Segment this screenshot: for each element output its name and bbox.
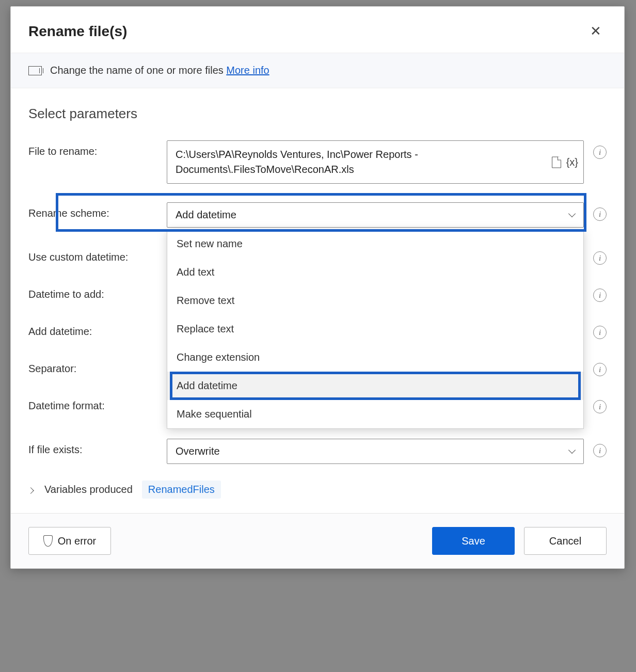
row-rename-scheme: Rename scheme: Add datetime Set new name…	[28, 193, 607, 237]
file-to-rename-value: C:\Users\PA\Reynolds Ventures, Inc\Power…	[176, 149, 418, 175]
dialog-header: Rename file(s) ✕	[11, 7, 624, 53]
cancel-button[interactable]: Cancel	[524, 527, 607, 555]
chevron-right-icon	[28, 484, 35, 495]
option-set-new-name[interactable]: Set new name	[167, 230, 583, 258]
label-datetime-to-add: Datetime to add:	[28, 283, 157, 300]
option-replace-text[interactable]: Replace text	[167, 315, 583, 343]
variables-produced-label: Variables produced	[44, 484, 133, 495]
parameters-section: File to rename: C:\Users\PA\Reynolds Ven…	[11, 126, 624, 513]
row-file-to-rename: File to rename: C:\Users\PA\Reynolds Ven…	[28, 131, 607, 193]
row-if-file-exists: If file exists: Overwrite i	[28, 429, 607, 473]
label-if-file-exists: If file exists:	[28, 439, 157, 456]
rename-files-dialog: Rename file(s) ✕ Change the name of one …	[10, 6, 625, 569]
save-button[interactable]: Save	[432, 527, 515, 555]
section-title: Select parameters	[11, 88, 624, 126]
file-to-rename-input[interactable]: C:\Users\PA\Reynolds Ventures, Inc\Power…	[167, 140, 584, 184]
info-icon[interactable]: i	[593, 363, 607, 376]
more-info-link[interactable]: More info	[226, 65, 269, 76]
label-separator: Separator:	[28, 358, 157, 375]
if-file-exists-selected: Overwrite	[176, 445, 220, 457]
option-add-text[interactable]: Add text	[167, 258, 583, 286]
close-icon[interactable]: ✕	[585, 20, 607, 42]
info-icon[interactable]: i	[593, 146, 607, 159]
rename-scheme-selected: Add datetime	[176, 209, 236, 220]
dialog-description-text: Change the name of one or more files	[50, 65, 226, 76]
rename-icon	[28, 66, 42, 75]
rename-scheme-dropdown: Set new name Add text Remove text Replac…	[167, 229, 584, 429]
info-icon[interactable]: i	[593, 444, 607, 457]
info-icon[interactable]: i	[593, 326, 607, 339]
option-remove-text[interactable]: Remove text	[167, 286, 583, 315]
dialog-description: Change the name of one or more files Mor…	[50, 65, 269, 76]
dialog-subheader: Change the name of one or more files Mor…	[11, 53, 624, 88]
label-rename-scheme: Rename scheme:	[28, 202, 157, 219]
file-picker-icon[interactable]	[552, 156, 561, 168]
label-file-to-rename: File to rename:	[28, 140, 157, 157]
variable-renamed-files[interactable]: RenamedFiles	[142, 481, 221, 499]
dialog-title: Rename file(s)	[28, 23, 127, 40]
label-add-datetime: Add datetime:	[28, 321, 157, 338]
option-add-datetime[interactable]: Add datetime	[167, 372, 583, 400]
on-error-label: On error	[58, 535, 96, 547]
label-datetime-format: Datetime format:	[28, 395, 157, 412]
shield-icon	[43, 535, 53, 547]
option-add-datetime-label: Add datetime	[177, 380, 237, 391]
info-icon[interactable]: i	[593, 207, 607, 221]
rename-scheme-select[interactable]: Add datetime	[167, 202, 584, 228]
label-use-custom-datetime: Use custom datetime:	[28, 246, 157, 263]
option-change-extension[interactable]: Change extension	[167, 343, 583, 372]
variables-produced-row[interactable]: Variables produced RenamedFiles	[28, 473, 607, 503]
info-icon[interactable]: i	[593, 251, 607, 265]
dialog-footer: On error Save Cancel	[11, 513, 624, 568]
info-icon[interactable]: i	[593, 289, 607, 302]
option-make-sequential[interactable]: Make sequential	[167, 400, 583, 428]
info-icon[interactable]: i	[593, 400, 607, 413]
if-file-exists-select[interactable]: Overwrite	[167, 439, 584, 464]
variable-token-icon[interactable]: {x}	[566, 155, 578, 170]
chevron-down-icon	[568, 447, 576, 456]
on-error-button[interactable]: On error	[28, 527, 111, 555]
chevron-down-icon	[568, 211, 576, 219]
